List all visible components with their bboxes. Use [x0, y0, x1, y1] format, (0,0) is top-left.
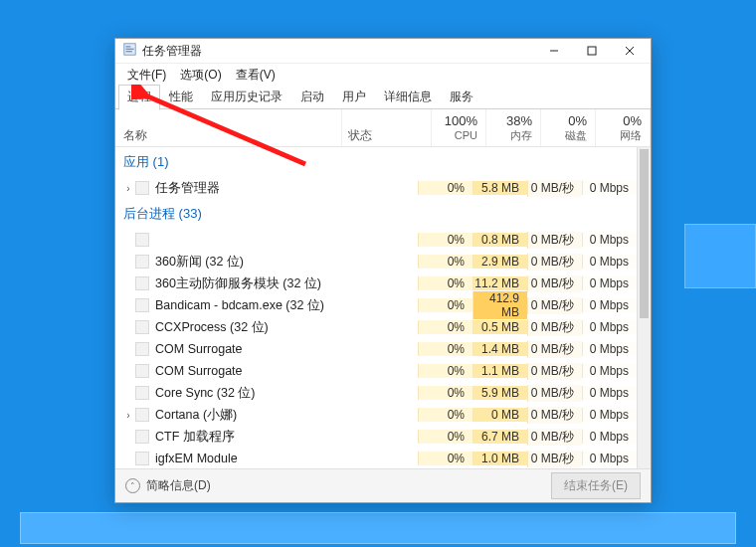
menu-options[interactable]: 选项(O) — [174, 65, 227, 86]
col-cpu[interactable]: 100% CPU — [432, 109, 486, 146]
process-row[interactable]: › 任务管理器 0% 5.8 MB 0 MB/秒 0 Mbps — [115, 177, 637, 199]
tab-processes[interactable]: 进程 — [118, 85, 160, 110]
net-cell: 0 Mbps — [582, 181, 637, 195]
cpu-cell: 0% — [418, 364, 472, 378]
menu-file[interactable]: 文件(F) — [121, 65, 172, 86]
tab-details[interactable]: 详细信息 — [375, 85, 441, 109]
mem-cell: 0 MB — [472, 408, 527, 422]
disk-cell: 0 MB/秒 — [527, 232, 582, 249]
chevron-up-icon: ˄ — [125, 478, 140, 493]
process-row[interactable]: CTF 加载程序 0% 6.7 MB 0 MB/秒 0 Mbps — [115, 426, 637, 448]
disk-cell: 0 MB/秒 — [527, 297, 582, 314]
process-icon — [135, 430, 149, 444]
process-row[interactable]: 0% 0.8 MB 0 MB/秒 0 Mbps — [115, 229, 637, 251]
net-cell: 0 Mbps — [582, 255, 637, 269]
fewer-details-toggle[interactable]: ˄ 简略信息(D) — [125, 477, 211, 494]
svg-rect-2 — [125, 49, 133, 50]
cpu-cell: 0% — [418, 298, 472, 312]
process-icon — [135, 364, 149, 378]
tab-startup[interactable]: 启动 — [291, 85, 333, 109]
disk-cell: 0 MB/秒 — [527, 319, 582, 336]
svg-rect-1 — [125, 46, 130, 47]
process-name: igfxEM Module — [155, 452, 238, 465]
mem-cell: 2.9 MB — [472, 255, 527, 269]
disk-cell: 0 MB/秒 — [527, 341, 582, 358]
cpu-cell: 0% — [418, 408, 472, 422]
maximize-button[interactable] — [573, 39, 611, 63]
cpu-cell: 0% — [418, 342, 472, 356]
process-icon — [135, 342, 149, 356]
process-icon — [135, 386, 149, 400]
col-network[interactable]: 0% 网络 — [596, 109, 651, 146]
tab-performance[interactable]: 性能 — [160, 85, 202, 109]
tab-app-history[interactable]: 应用历史记录 — [202, 85, 291, 109]
process-name: Core Sync (32 位) — [155, 385, 256, 402]
disk-label: 磁盘 — [541, 129, 587, 143]
disk-cell: 0 MB/秒 — [527, 254, 582, 271]
process-row[interactable]: COM Surrogate 0% 1.4 MB 0 MB/秒 0 Mbps — [115, 338, 637, 360]
fewer-details-label: 简略信息(D) — [146, 477, 211, 494]
disk-cell: 0 MB/秒 — [527, 385, 582, 402]
net-cell: 0 Mbps — [582, 276, 637, 290]
disk-percent: 0% — [541, 113, 587, 129]
process-row[interactable]: 360主动防御服务模块 (32 位) 0% 11.2 MB 0 MB/秒 0 M… — [115, 273, 637, 294]
process-icon — [135, 298, 149, 312]
group-background[interactable]: 后台进程 (33) — [115, 199, 637, 229]
process-name: 360主动防御服务模块 (32 位) — [155, 275, 321, 292]
vertical-scrollbar[interactable] — [637, 147, 651, 468]
mem-cell: 1.1 MB — [472, 364, 527, 378]
process-row[interactable]: Bandicam - bdcam.exe (32 位) 0% 412.9 MB … — [115, 294, 637, 316]
mem-cell: 6.7 MB — [472, 430, 527, 444]
group-apps[interactable]: 应用 (1) — [115, 147, 637, 177]
expand-icon[interactable]: › — [121, 410, 135, 421]
tab-users[interactable]: 用户 — [333, 85, 375, 109]
mem-label: 内存 — [486, 129, 532, 143]
process-row[interactable]: COM Surrogate 0% 1.1 MB 0 MB/秒 0 Mbps — [115, 360, 637, 382]
close-button[interactable] — [611, 39, 649, 63]
col-memory[interactable]: 38% 内存 — [486, 109, 541, 146]
cpu-cell: 0% — [418, 320, 472, 334]
mem-cell: 1.4 MB — [472, 342, 527, 356]
cpu-label: CPU — [432, 129, 477, 143]
cpu-cell: 0% — [418, 233, 472, 247]
process-row[interactable]: 360新闻 (32 位) 0% 2.9 MB 0 MB/秒 0 Mbps — [115, 251, 637, 273]
process-row[interactable]: › Cortana (小娜) 0% 0 MB 0 MB/秒 0 Mbps — [115, 404, 637, 426]
mem-cell: 1.0 MB — [472, 452, 527, 465]
menu-view[interactable]: 查看(V) — [230, 65, 282, 86]
net-cell: 0 Mbps — [582, 408, 637, 422]
titlebar: 任务管理器 — [115, 39, 651, 64]
process-row[interactable]: CCXProcess (32 位) 0% 0.5 MB 0 MB/秒 0 Mbp… — [115, 316, 637, 338]
col-name[interactable]: 名称 — [115, 109, 342, 146]
disk-cell: 0 MB/秒 — [527, 275, 582, 292]
process-icon — [135, 233, 149, 247]
col-disk[interactable]: 0% 磁盘 — [541, 109, 596, 146]
process-row[interactable]: igfxEM Module 0% 1.0 MB 0 MB/秒 0 Mbps — [115, 448, 637, 468]
svg-rect-5 — [588, 47, 596, 55]
process-name: CTF 加载程序 — [155, 429, 235, 446]
process-icon — [135, 452, 149, 465]
desktop-panel-bottom — [20, 512, 736, 544]
process-row[interactable]: Core Sync (32 位) 0% 5.9 MB 0 MB/秒 0 Mbps — [115, 382, 637, 404]
mem-cell: 0.5 MB — [472, 320, 527, 334]
mem-cell: 5.8 MB — [472, 181, 527, 195]
process-icon — [135, 255, 149, 269]
process-grid: 名称 状态 100% CPU 38% 内存 0% 磁盘 0% 网络 — [115, 109, 651, 468]
window-title: 任务管理器 — [142, 43, 202, 60]
cpu-cell: 0% — [418, 276, 472, 290]
minimize-button[interactable] — [535, 39, 573, 63]
process-icon — [135, 276, 149, 290]
disk-cell: 0 MB/秒 — [527, 363, 582, 380]
process-name: 任务管理器 — [155, 180, 220, 197]
scrollbar-thumb[interactable] — [640, 149, 649, 318]
net-percent: 0% — [596, 113, 642, 129]
process-name: 360新闻 (32 位) — [155, 254, 244, 271]
tab-services[interactable]: 服务 — [441, 85, 482, 109]
net-label: 网络 — [596, 129, 642, 143]
process-name: Cortana (小娜) — [155, 407, 237, 424]
net-cell: 0 Mbps — [582, 452, 637, 465]
expand-icon[interactable]: › — [121, 183, 135, 194]
process-icon — [135, 320, 149, 334]
col-status[interactable]: 状态 — [342, 109, 432, 146]
end-task-button[interactable]: 结束任务(E) — [551, 472, 641, 499]
task-manager-window: 任务管理器 文件(F) 选项(O) 查看(V) 进程 性能 应用历史记录 启动 … — [114, 38, 652, 503]
